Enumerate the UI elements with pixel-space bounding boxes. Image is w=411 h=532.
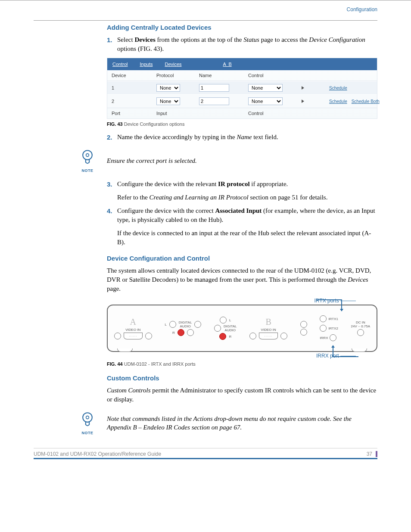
panel-a-label: A <box>130 317 136 327</box>
svg-point-2 <box>83 413 92 422</box>
foot-control: Control <box>248 111 300 116</box>
connector-icon <box>300 321 307 328</box>
expand-icon[interactable] <box>302 100 304 103</box>
connector-icon <box>219 333 226 340</box>
note-label: NOTE <box>77 168 98 173</box>
tab-control[interactable]: Control <box>112 62 128 67</box>
svg-point-0 <box>83 150 92 160</box>
connector-icon <box>169 321 176 328</box>
step-number-3: 3. <box>107 180 117 189</box>
dcin-label: DC IN 24V ⎓ 0.75A <box>351 320 371 328</box>
step-2-text: Name the device accordingly by typing in… <box>117 133 377 142</box>
foot-input: Input <box>156 111 197 116</box>
videoin-a: VIDEO IN <box>125 328 140 332</box>
cc-paragraph: Custom Controls permit the Administrator… <box>107 386 377 404</box>
connector-icon <box>214 325 221 332</box>
step-number-4: 4. <box>107 206 117 224</box>
step-4-sub: If the device is connected to an input a… <box>117 229 377 247</box>
irtx1-port <box>320 315 327 322</box>
foot-port: Port <box>112 111 155 116</box>
step-3-refer: Refer to the Creating and Learning an IR… <box>117 193 377 202</box>
col-control: Control <box>248 73 300 78</box>
panel-b-label: B <box>265 317 271 327</box>
note-2-text: Note that commands listed in the Actions… <box>107 414 377 432</box>
connector-icon <box>280 333 287 339</box>
step-3-text: Configure the device with the relevant I… <box>117 180 377 189</box>
dsub-icon <box>259 333 278 339</box>
row2-name[interactable] <box>199 97 229 105</box>
chapter-label: Configuration <box>34 6 377 12</box>
col-protocol: Protocol <box>156 73 197 78</box>
note-icon: NOTE <box>77 411 98 435</box>
videoin-b: VIDEO IN <box>261 328 276 332</box>
col-device: Device <box>112 73 155 78</box>
row1-name[interactable] <box>199 84 229 92</box>
tab-ab[interactable]: A B <box>223 62 232 67</box>
figure-44-caption: FIG. 44 UDM-0102 - IRTX and IRRX ports <box>107 361 377 367</box>
irrx-port <box>330 334 336 341</box>
tab-inputs[interactable]: Inputs <box>140 62 153 67</box>
figure-43: Control Inputs Devices A B Device Protoc… <box>107 58 377 119</box>
step-number-2: 2. <box>107 133 117 142</box>
fig44-bot-label: IRRX port ——— <box>107 353 377 359</box>
connector-icon <box>300 329 307 336</box>
note-1-text: Ensure the correct port is selected. <box>107 156 377 165</box>
dsub-icon <box>124 333 143 339</box>
expand-icon[interactable] <box>302 86 304 90</box>
page-number: 37 <box>367 451 377 457</box>
row2-control[interactable]: None <box>248 97 283 105</box>
fig44-top-label: IRTX ports ——— <box>107 298 377 304</box>
heading-adding-devices: Adding Centrally Located Devices <box>107 24 377 31</box>
row2-id: 2 <box>112 99 155 104</box>
dcc-paragraph: The system allows centrally located devi… <box>107 266 377 293</box>
connector-icon <box>194 321 201 328</box>
figure-43-caption: FIG. 43 Device Configuration options <box>107 121 377 127</box>
dcin-port <box>357 329 364 336</box>
footer-guide-title: UDM-0102 and UDM-RX02 Operation/Referenc… <box>34 451 161 457</box>
svg-point-3 <box>86 416 89 419</box>
connector-icon <box>177 329 184 336</box>
row1-schedule-link[interactable]: Schedule <box>329 86 347 90</box>
note-label: NOTE <box>77 431 98 435</box>
step-number-1: 1. <box>107 35 117 53</box>
heading-device-config-control: Device Configuration and Control <box>107 255 377 262</box>
connector-icon <box>220 317 227 324</box>
figure-44: A VIDEO IN LDIGITAL AUDIO R L DIGITAL AU… <box>107 305 377 352</box>
step-4-text: Configure the device with the correct As… <box>117 206 377 224</box>
note-icon: NOTE <box>77 149 98 173</box>
row1-protocol[interactable]: None <box>156 84 180 92</box>
row1-control[interactable]: None <box>248 84 283 92</box>
row2-protocol[interactable]: None <box>156 97 180 105</box>
connector-icon <box>249 333 256 339</box>
row1-id: 1 <box>112 85 155 90</box>
connector-icon <box>187 329 194 336</box>
svg-point-1 <box>86 154 89 157</box>
col-name: Name <box>199 73 246 78</box>
connector-icon <box>114 333 121 339</box>
connector-icon <box>145 333 152 339</box>
tab-devices[interactable]: Devices <box>165 62 181 67</box>
row2-schedule-link[interactable]: Schedule <box>329 99 347 104</box>
irtx2-port <box>320 325 327 332</box>
step-1-text: Select Devices from the options at the t… <box>117 35 377 53</box>
row2-schedule-both-link[interactable]: Schedule Both <box>352 99 380 104</box>
heading-custom-controls: Custom Controls <box>107 374 377 382</box>
